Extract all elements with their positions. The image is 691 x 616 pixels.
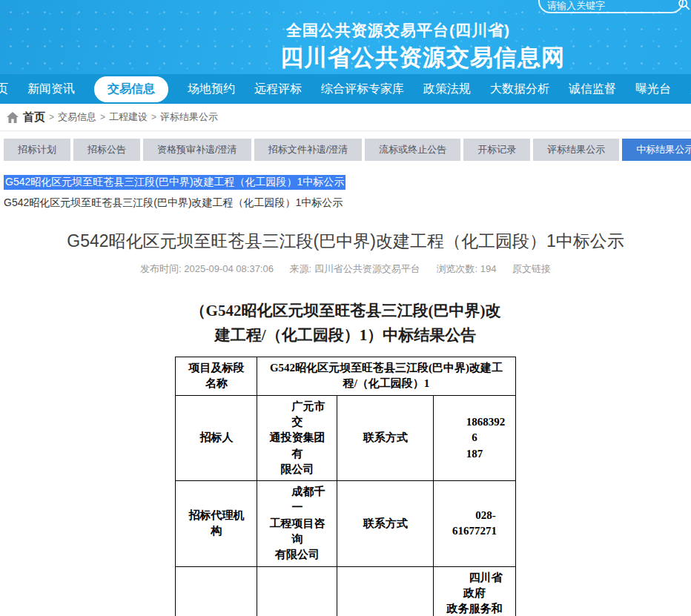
breadcrumb-home[interactable]: 首页 (23, 110, 45, 125)
nav-item-trade-info[interactable]: 交易信息 (94, 76, 168, 102)
search-input[interactable] (547, 0, 678, 11)
table-row: 项目及标段 名称 G542昭化区元坝至旺苍县三江段(巴中界)改建工 程/（化工园… (176, 357, 515, 396)
cell-project-name-value: G542昭化区元坝至旺苍县三江段(巴中界)改建工 程/（化工园段）1 (257, 357, 515, 396)
nav-item-policies[interactable]: 政策法规 (423, 82, 471, 97)
page-title: G542昭化区元坝至旺苍县三江段(巴中界)改建工程（化工园段）1中标公示 (0, 230, 691, 253)
breadcrumb-engineering[interactable]: 工程建设 (109, 110, 148, 124)
table-row: 开标时间 2025-08- 27 09:00 开标地点 四川省政府 政务服务和公… (176, 566, 515, 616)
cell-agency-contact-value: 028- 61677271 (434, 481, 515, 566)
article-meta: 发布时间: 2025-09-04 08:37:06 来源: 四川省公共资源交易平… (0, 262, 691, 276)
source-label: 来源: (290, 263, 312, 274)
document-title: （G542昭化区元坝至旺苍县三江段(巴中界)改 建工程/（化工园段）1）中标结果… (0, 299, 691, 347)
platform-title: 全国公共资源交易平台(四川省) (280, 20, 565, 41)
tab-bidding-plan[interactable]: 招标计划 (4, 139, 70, 161)
tab-prequalification-supplement[interactable]: 资格预审补遗/澄清 (143, 139, 251, 161)
site-title: 四川省公共资源交易信息网 (280, 42, 565, 73)
cell-tenderer-contact-value: 18683926 187 (434, 395, 515, 480)
cell-tenderer-value: 广元市交 通投资集团有 限公司 (257, 395, 337, 480)
breadcrumb-separator: > (49, 112, 54, 122)
tab-bid-opening-record[interactable]: 开标记录 (463, 139, 530, 161)
nav-item-venue-booking[interactable]: 场地预约 (188, 82, 235, 97)
view-count-value: 194 (480, 263, 497, 274)
table-row: 招标人 广元市交 通投资集团有 限公司 联系方式 18683926 187 (176, 395, 515, 480)
search-icon[interactable] (678, 0, 690, 10)
home-icon (7, 112, 19, 123)
category-tabbar: 招标计划 招标公告 资格预审补遗/澄清 招标文件补遗/澄清 流标或终止公告 开标… (4, 139, 691, 161)
source: 来源: 四川省公共资源交易平台 (290, 263, 420, 274)
cell-agency-value: 成都千一 工程项目咨询 有限公司 (257, 481, 337, 566)
result-table: 项目及标段 名称 G542昭化区元坝至旺苍县三江段(巴中界)改建工 程/（化工园… (175, 357, 515, 616)
site-header: 全国公共资源交易平台(四川省) 四川省公共资源交易信息网 (0, 0, 691, 74)
site-titles: 全国公共资源交易平台(四川省) 四川省公共资源交易信息网 (280, 20, 565, 73)
nav-item-exposure[interactable]: 曝光台 (635, 82, 671, 97)
cell-opening-place-label: 开标地点 (337, 566, 434, 616)
nav-item-home[interactable]: 首页 (0, 82, 8, 97)
publish-time: 发布时间: 2025-09-04 08:37:06 (140, 263, 274, 274)
list-item-selected[interactable]: G542昭化区元坝至旺苍县三江段(巴中界)改建工程（化工园段）1中标公示 (4, 175, 346, 190)
search-box[interactable] (538, 0, 684, 13)
breadcrumb-separator: > (100, 112, 105, 122)
breadcrumb-trade-info[interactable]: 交易信息 (58, 110, 96, 124)
list-item[interactable]: G542昭化区元坝至旺苍县三江段(巴中界)改建工程（化工园段）1中标公示 (4, 196, 691, 210)
breadcrumb: 首页 > 交易信息 > 工程建设 > 评标结果公示 (0, 104, 691, 131)
source-value: 四川省公共资源交易平台 (314, 263, 420, 274)
nav-item-big-data[interactable]: 大数据分析 (490, 82, 549, 97)
cell-agency-contact-label: 联系方式 (337, 481, 434, 566)
tab-bidding-announcement[interactable]: 招标公告 (73, 139, 140, 161)
tab-evaluation-result[interactable]: 评标结果公示 (533, 139, 619, 161)
cell-opening-place-value: 四川省政府 政务服务和公 共资源交易服 务中心（成都 市青羊区鼓楼 南街101号… (434, 566, 515, 616)
view-count-label: 浏览次数: (436, 263, 477, 274)
publish-time-label: 发布时间: (140, 263, 182, 274)
breadcrumb-evaluation-result[interactable]: 评标结果公示 (160, 110, 218, 124)
nav-item-remote-evaluation[interactable]: 远程评标 (254, 82, 302, 97)
main-nav: 首页 新闻资讯 交易信息 场地预约 远程评标 综合评标专家库 政策法规 大数据分… (0, 74, 691, 104)
cell-tenderer-label: 招标人 (176, 395, 257, 480)
breadcrumb-separator: > (151, 112, 156, 122)
publish-time-value: 2025-09-04 08:37:06 (184, 263, 274, 274)
original-link[interactable]: 原文链接 (512, 263, 551, 274)
cell-opening-time-value: 2025-08- 27 09:00 (257, 566, 337, 616)
nav-item-integrity-supervision[interactable]: 诚信监督 (569, 82, 616, 97)
view-count: 浏览次数: 194 (436, 263, 496, 274)
tab-bid-doc-supplement[interactable]: 招标文件补遗/澄清 (254, 139, 363, 161)
cell-agency-label: 招标代理机 构 (176, 481, 257, 566)
tab-winning-result[interactable]: 中标结果公示 (622, 139, 691, 161)
table-row: 招标代理机 构 成都千一 工程项目咨询 有限公司 联系方式 028- 61677… (176, 481, 515, 566)
nav-item-expert-pool[interactable]: 综合评标专家库 (321, 82, 404, 97)
cell-tenderer-contact-label: 联系方式 (337, 395, 434, 480)
result-list: G542昭化区元坝至旺苍县三江段(巴中界)改建工程（化工园段）1中标公示 G54… (4, 175, 691, 210)
nav-item-news[interactable]: 新闻资讯 (27, 82, 75, 97)
cell-project-name-label: 项目及标段 名称 (176, 357, 257, 396)
tab-failed-or-terminated[interactable]: 流标或终止公告 (365, 139, 460, 161)
cell-opening-time-label: 开标时间 (176, 566, 257, 616)
